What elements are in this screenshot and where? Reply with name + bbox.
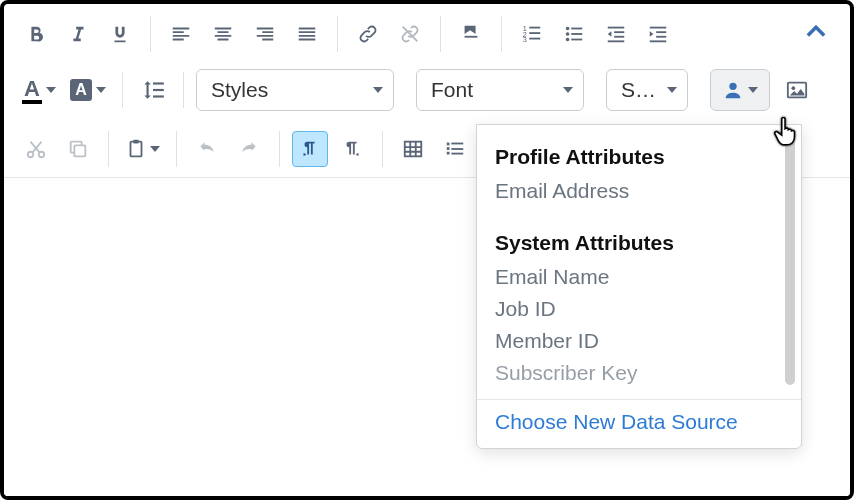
svg-rect-30	[131, 141, 142, 156]
svg-rect-4	[529, 32, 540, 34]
svg-rect-6	[529, 38, 540, 40]
caret-down-icon	[667, 87, 677, 93]
underline-button[interactable]	[102, 16, 138, 52]
svg-rect-10	[571, 33, 582, 35]
ltr-direction-button[interactable]	[292, 131, 328, 167]
line-height-button[interactable]	[135, 72, 171, 108]
font-color-button[interactable]: A	[18, 72, 60, 108]
bold-button[interactable]	[18, 16, 54, 52]
svg-point-24	[729, 83, 736, 90]
separator	[279, 131, 280, 167]
svg-rect-12	[571, 39, 582, 41]
separator	[382, 131, 383, 167]
font-select-label: Font	[431, 78, 473, 102]
separator	[501, 16, 502, 52]
align-center-button[interactable]	[205, 16, 241, 52]
size-select[interactable]: S…	[606, 69, 688, 111]
separator	[440, 16, 441, 52]
svg-rect-19	[656, 36, 666, 38]
dropdown-item[interactable]: Email Name	[495, 261, 783, 293]
svg-rect-0	[465, 36, 478, 38]
align-left-button[interactable]	[163, 16, 199, 52]
outdent-button[interactable]	[598, 16, 634, 52]
background-color-button[interactable]: A	[66, 72, 110, 108]
paste-button[interactable]	[121, 131, 164, 167]
svg-rect-21	[153, 82, 164, 84]
redo-button[interactable]	[231, 131, 267, 167]
caret-down-icon	[563, 87, 573, 93]
toolbar-row-style: A A Styles Font S…	[4, 60, 850, 120]
dropdown-item[interactable]: Member ID	[495, 325, 783, 357]
align-right-button[interactable]	[247, 16, 283, 52]
separator	[183, 72, 184, 108]
size-select-label: S…	[621, 78, 656, 102]
svg-rect-37	[451, 148, 463, 150]
undo-button[interactable]	[189, 131, 225, 167]
svg-rect-15	[614, 36, 624, 38]
dropdown-item[interactable]: Job ID	[495, 293, 783, 325]
svg-rect-31	[133, 139, 139, 143]
link-button[interactable]	[350, 16, 386, 52]
svg-rect-16	[608, 40, 625, 42]
svg-rect-35	[447, 151, 450, 154]
svg-rect-14	[614, 31, 624, 33]
scrollbar[interactable]	[785, 135, 795, 385]
svg-point-7	[566, 27, 570, 31]
font-select[interactable]: Font	[416, 69, 584, 111]
ordered-list-button[interactable]: 123	[514, 16, 550, 52]
align-justify-button[interactable]	[289, 16, 325, 52]
unlink-button[interactable]	[392, 16, 428, 52]
choose-data-source-link[interactable]: Choose New Data Source	[477, 399, 801, 448]
svg-rect-36	[451, 142, 463, 144]
svg-rect-17	[650, 27, 667, 29]
svg-rect-18	[656, 31, 666, 33]
personalization-dropdown: Profile Attributes Email Address System …	[476, 124, 802, 449]
svg-rect-34	[447, 147, 450, 150]
dropdown-section-header: System Attributes	[495, 231, 783, 255]
svg-rect-32	[405, 141, 422, 156]
separator	[176, 131, 177, 167]
toolbar-row-format: 123	[4, 4, 850, 60]
svg-rect-2	[529, 27, 540, 29]
dropdown-section-header: Profile Attributes	[495, 145, 783, 169]
svg-rect-29	[74, 145, 85, 156]
separator	[108, 131, 109, 167]
collapse-toolbar-button[interactable]	[802, 18, 836, 50]
cut-button[interactable]	[18, 131, 54, 167]
styles-select-label: Styles	[211, 78, 268, 102]
svg-point-26	[792, 86, 796, 90]
person-icon	[722, 79, 744, 101]
styles-select[interactable]: Styles	[196, 69, 394, 111]
table-button[interactable]	[395, 131, 431, 167]
svg-rect-33	[447, 142, 450, 145]
svg-rect-38	[451, 152, 463, 154]
personalization-button[interactable]	[710, 69, 770, 111]
separator	[337, 16, 338, 52]
italic-button[interactable]	[60, 16, 96, 52]
svg-rect-8	[571, 28, 582, 30]
svg-rect-20	[650, 40, 667, 42]
svg-text:3: 3	[523, 35, 527, 44]
indent-button[interactable]	[640, 16, 676, 52]
svg-point-9	[566, 32, 570, 36]
rtl-direction-button[interactable]	[334, 131, 370, 167]
svg-point-11	[566, 38, 570, 42]
caret-down-icon	[150, 146, 160, 152]
separator	[150, 16, 151, 52]
caret-down-icon	[373, 87, 383, 93]
svg-rect-23	[153, 95, 164, 97]
horizontal-rule-button[interactable]	[437, 131, 473, 167]
caret-down-icon	[748, 87, 758, 93]
separator	[122, 72, 123, 108]
svg-rect-13	[608, 27, 625, 29]
dropdown-item[interactable]: Subscriber Key	[495, 357, 783, 389]
anchor-button[interactable]	[453, 16, 489, 52]
unordered-list-button[interactable]	[556, 16, 592, 52]
image-button[interactable]	[776, 69, 818, 111]
svg-rect-22	[153, 89, 164, 91]
dropdown-item[interactable]: Email Address	[495, 175, 783, 207]
copy-button[interactable]	[60, 131, 96, 167]
